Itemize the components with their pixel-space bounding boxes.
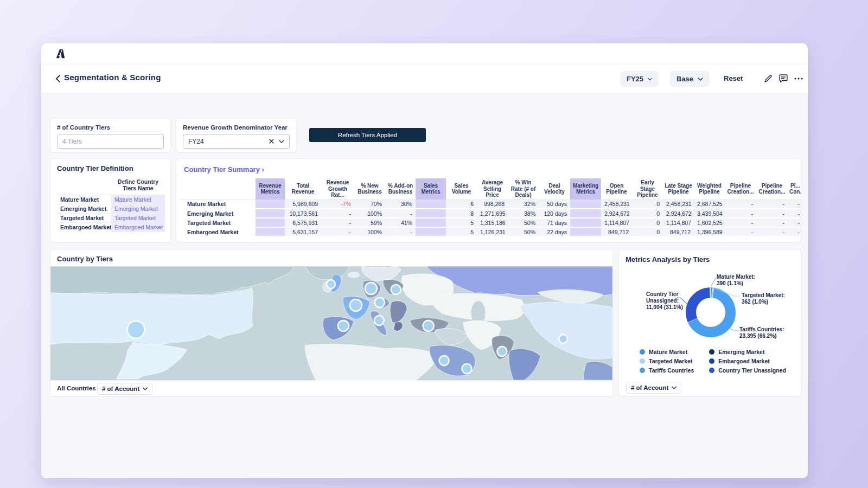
- summary-cell: 2,687,525: [694, 200, 725, 209]
- summary-cell: -: [788, 200, 801, 209]
- edit-pencil-icon[interactable]: [763, 73, 774, 84]
- summary-cell: 1,114,807: [601, 218, 632, 227]
- country-tiers-label: # of Country Tiers: [57, 124, 164, 131]
- legend-item: Emerging Market: [709, 349, 786, 355]
- summary-cell: 100%: [354, 209, 385, 218]
- summary-cell: 1,396,589: [694, 227, 725, 236]
- summary-cell: 1,271,695: [477, 209, 508, 218]
- summary-cell: [256, 227, 285, 236]
- country-bubble: [350, 299, 362, 311]
- country-tiers-input[interactable]: [57, 134, 164, 149]
- summary-cell: 5,631,157: [285, 227, 321, 236]
- legend-label: Embargoed Market: [718, 358, 770, 364]
- country-bubble: [391, 285, 401, 294]
- summary-cell: 2,924,672: [601, 209, 632, 218]
- summary-cell: 0: [632, 209, 663, 218]
- country-bubble: [423, 320, 434, 331]
- summary-cell: 2,458,231: [663, 200, 694, 209]
- definition-row: Mature MarketMature Market: [57, 195, 165, 204]
- time-period-selector[interactable]: FY25: [620, 71, 659, 87]
- summary-column-header: Late Stage Pipeline: [663, 178, 694, 200]
- more-options-icon[interactable]: [793, 73, 804, 84]
- legend-item: Mature Market: [640, 349, 694, 355]
- legend-label: Mature Market: [649, 349, 687, 355]
- summary-column-header: Pipeline Creation...: [725, 178, 756, 200]
- map-account-dropdown-value: # of Account: [102, 386, 139, 392]
- world-map[interactable]: [50, 266, 612, 380]
- summary-cell: [416, 200, 446, 209]
- summary-cell: [570, 218, 601, 227]
- country-map-card: Country by Tiers: [50, 249, 613, 396]
- summary-cell: 10,173,561: [285, 209, 321, 218]
- dashboard-content: # of Country Tiers Revenue Growth Denomi…: [41, 92, 808, 478]
- tier-summary-link[interactable]: Country Tier Summary ›: [184, 165, 264, 174]
- tier-name-cell[interactable]: Targeted Market: [111, 214, 165, 223]
- map-account-dropdown[interactable]: # of Account: [97, 383, 152, 395]
- legend-label: Emerging Market: [718, 349, 764, 355]
- summary-cell: -: [321, 218, 354, 227]
- summary-cell: [570, 209, 601, 218]
- tier-name-cell[interactable]: Mature Market: [111, 195, 165, 204]
- donut-chart[interactable]: [619, 250, 802, 397]
- summary-cell: 1,315,186: [477, 218, 508, 227]
- summary-table-body: Mature Market5,989,609-7%70%30%6998,2683…: [180, 200, 801, 236]
- summary-column-header: [180, 178, 256, 200]
- legend-item: Targeted Market: [640, 358, 694, 364]
- legend-label: Tariffs Countries: [649, 367, 694, 374]
- tier-definition-card: Country Tier Definition Define Country T…: [50, 158, 171, 242]
- summary-cell: 70%: [354, 200, 385, 209]
- summary-header-row: Revenue MetricsTotal RevenueRevenue Grow…: [180, 178, 801, 200]
- chevron-down-icon: [698, 78, 703, 81]
- empty-corner-cell: [57, 177, 111, 195]
- summary-cell: [416, 218, 446, 227]
- scenario-selector[interactable]: Base: [670, 71, 710, 87]
- summary-cell: -: [756, 227, 788, 236]
- tier-row-label: Targeted Market: [57, 214, 111, 223]
- summary-column-header: % Win Rate (# of Deals): [508, 178, 539, 200]
- summary-cell: [570, 227, 601, 236]
- summary-cell: 0: [632, 218, 663, 227]
- summary-column-header: Weighted Pipeline: [694, 178, 725, 200]
- summary-cell: [416, 209, 446, 218]
- callout-targeted: Targeted Market:362 (1.0%): [742, 292, 785, 305]
- summary-row-label: Embargoed Market: [180, 227, 256, 236]
- summary-cell: 32%: [508, 200, 539, 209]
- legend-dot-icon: [640, 368, 645, 373]
- tier-definition-title: Country Tier Definition: [57, 164, 164, 172]
- summary-cell: 1,114,807: [663, 218, 694, 227]
- clear-icon[interactable]: [269, 139, 274, 144]
- tier-definition-table: Define Country Tiers Name Mature MarketM…: [57, 177, 165, 232]
- summary-cell: -: [788, 227, 801, 236]
- reset-button[interactable]: Reset: [724, 74, 743, 82]
- summary-cell: 71 days: [539, 218, 570, 227]
- denominator-year-select[interactable]: FY24: [183, 134, 290, 149]
- map-title-bar: Country by Tiers: [50, 250, 612, 266]
- summary-column-header: % New Business: [354, 178, 385, 200]
- chevron-down-icon: [143, 387, 148, 390]
- country-bubble: [127, 321, 145, 338]
- summary-column-header: Sales Volume: [446, 178, 477, 200]
- summary-cell: -: [756, 218, 788, 227]
- summary-cell: -: [725, 227, 756, 236]
- summary-cell: 1,126,231: [477, 227, 508, 236]
- scenario-value: Base: [676, 75, 693, 83]
- summary-row: Targeted Market6,575,931-59%41%51,315,18…: [180, 218, 801, 227]
- country-bubble: [365, 282, 377, 294]
- comment-icon[interactable]: [778, 73, 789, 84]
- summary-cell: 30%: [385, 200, 416, 209]
- summary-cell: 50%: [508, 218, 539, 227]
- summary-cell: [256, 200, 285, 209]
- country-bubble: [375, 298, 385, 307]
- summary-column-header: Open Pipeline: [601, 178, 632, 200]
- chevron-down-icon[interactable]: [279, 140, 284, 143]
- summary-cell: [416, 227, 446, 236]
- summary-column-header: Average Selling Price: [477, 178, 508, 200]
- summary-cell: 998,268: [477, 200, 508, 209]
- metrics-account-dropdown[interactable]: # of Account: [626, 382, 681, 394]
- back-button[interactable]: [52, 73, 63, 84]
- tier-name-cell[interactable]: Embargoed Market: [111, 223, 165, 232]
- tier-name-cell[interactable]: Emerging Market: [111, 204, 165, 214]
- refresh-tiers-button[interactable]: Refresh Tiers Applied: [309, 128, 426, 142]
- summary-cell: 100%: [354, 227, 385, 236]
- summary-cell: -: [385, 227, 416, 236]
